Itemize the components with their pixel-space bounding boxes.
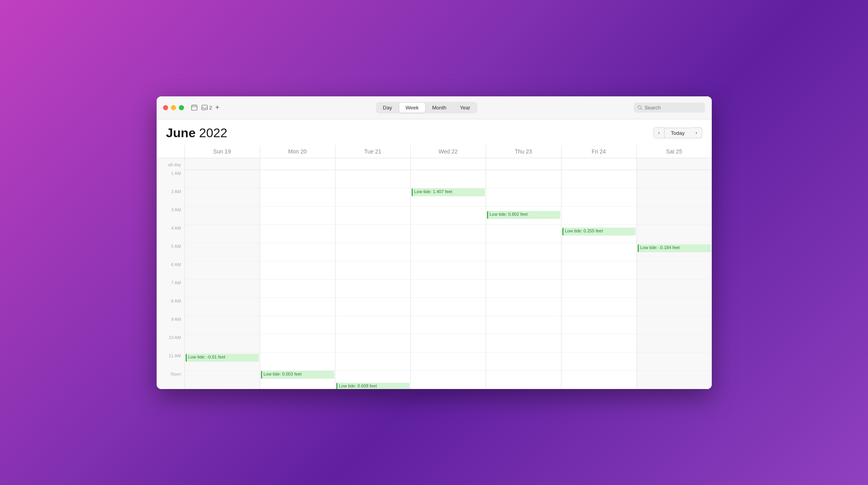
time-5am: 5 AM xyxy=(157,243,184,261)
view-switcher: Day Week Month Year xyxy=(376,102,478,113)
traffic-lights xyxy=(163,105,184,110)
day-col-wed[interactable]: Low tide: 1.407 feet xyxy=(410,158,486,389)
allday-tue xyxy=(335,158,410,170)
hour-1am-fri xyxy=(561,170,636,188)
calendar-window: 2 + Day Week Month Year June 2022 xyxy=(157,96,712,389)
hour-3am-mon xyxy=(260,207,335,225)
nav-group: ‹ Today › xyxy=(653,127,702,138)
hour-noon-fri xyxy=(561,371,636,389)
hour-9am-thu xyxy=(486,316,561,334)
svg-line-6 xyxy=(641,108,642,109)
hour-11am-sat xyxy=(637,353,712,371)
hour-4am-thu xyxy=(486,225,561,243)
event-evt4[interactable]: Low tide: -0.184 feet xyxy=(638,244,711,252)
search-bar[interactable] xyxy=(634,103,705,113)
time-column: all-day 1 AM 2 AM 3 AM 4 AM 5 AM 6 AM 7 … xyxy=(157,158,184,389)
event-evt6[interactable]: Low tide: 0.003 feet xyxy=(261,371,334,379)
day-col-sun[interactable]: Low tide: -0.61 feet xyxy=(184,158,260,389)
event-evt7[interactable]: Low tide: 0.608 feet xyxy=(336,383,410,389)
month-year-title: June 2022 xyxy=(166,126,228,140)
hour-9am-fri xyxy=(561,316,636,334)
view-day-button[interactable]: Day xyxy=(377,103,399,113)
day-header-tue: Tue 21 xyxy=(335,145,410,158)
day-col-thu[interactable]: Low tide: 0.802 feet xyxy=(486,158,561,389)
view-week-button[interactable]: Week xyxy=(399,103,425,113)
event-evt3[interactable]: Low tide: 0.255 feet xyxy=(562,228,636,236)
maximize-button[interactable] xyxy=(179,105,184,110)
event-evt5[interactable]: Low tide: -0.61 feet xyxy=(186,354,259,362)
hour-noon-thu xyxy=(486,371,561,389)
time-9am: 9 AM xyxy=(157,316,184,334)
hour-4am-wed xyxy=(411,225,486,243)
inbox-button[interactable]: 2 xyxy=(201,105,212,111)
event-evt2[interactable]: Low tide: 0.802 feet xyxy=(487,211,560,219)
hour-5am-mon xyxy=(260,243,335,261)
inbox-count: 2 xyxy=(209,105,212,111)
hour-2am-mon xyxy=(260,188,335,207)
hour-4am-sat xyxy=(637,225,712,243)
day-col-tue[interactable]: Low tide: 0.608 feet xyxy=(335,158,410,389)
hour-10am-tue xyxy=(335,334,410,353)
allday-fri xyxy=(561,158,636,170)
hour-2am-fri xyxy=(561,188,636,207)
calendar-icon xyxy=(190,104,198,111)
hour-noon-sun xyxy=(185,371,260,389)
hour-3am-sun xyxy=(185,207,260,225)
day-col-fri[interactable]: Low tide: 0.255 feet xyxy=(561,158,636,389)
hour-9am-tue xyxy=(335,316,410,334)
hour-11am-fri xyxy=(561,353,636,371)
hour-7am-fri xyxy=(561,280,636,298)
hour-6am-sun xyxy=(185,261,260,280)
hour-5am-sun xyxy=(185,243,260,261)
hour-10am-mon xyxy=(260,334,335,353)
hour-6am-tue xyxy=(335,261,410,280)
svg-rect-0 xyxy=(192,105,197,110)
hour-2am-sun xyxy=(185,188,260,207)
hour-1am-wed xyxy=(411,170,486,188)
hour-8am-wed xyxy=(411,298,486,316)
hour-2am-thu xyxy=(486,188,561,207)
day-col-sat[interactable]: Low tide: -0.184 feet xyxy=(636,158,712,389)
time-2am: 2 AM xyxy=(157,188,184,207)
event-evt1[interactable]: Low tide: 1.407 feet xyxy=(412,188,485,196)
minimize-button[interactable] xyxy=(171,105,176,110)
time-1am: 1 AM xyxy=(157,170,184,188)
hour-1am-sat xyxy=(637,170,712,188)
today-button[interactable]: Today xyxy=(665,128,691,138)
day-header-fri: Fri 24 xyxy=(561,145,636,158)
time-noon: Noon xyxy=(157,371,184,389)
time-8am: 8 AM xyxy=(157,298,184,316)
time-6am: 6 AM xyxy=(157,261,184,280)
hour-1am-sun xyxy=(185,170,260,188)
hour-8am-sun xyxy=(185,298,260,316)
hour-3am-fri xyxy=(561,207,636,225)
hour-2am-sat xyxy=(637,188,712,207)
allday-label: all-day xyxy=(157,158,184,170)
allday-mon xyxy=(260,158,335,170)
add-event-button[interactable]: + xyxy=(215,104,220,112)
hour-4am-mon xyxy=(260,225,335,243)
search-input[interactable] xyxy=(644,105,701,111)
hour-noon-sat xyxy=(637,371,712,389)
day-header-sun: Sun 19 xyxy=(184,145,260,158)
view-month-button[interactable]: Month xyxy=(426,103,453,113)
day-header-mon: Mon 20 xyxy=(260,145,335,158)
calendar-header: June 2022 ‹ Today › xyxy=(157,119,712,145)
next-button[interactable]: › xyxy=(691,127,702,138)
time-7am: 7 AM xyxy=(157,280,184,298)
hour-1am-thu xyxy=(486,170,561,188)
prev-button[interactable]: ‹ xyxy=(653,127,665,138)
time-col-spacer xyxy=(157,145,184,158)
view-year-button[interactable]: Year xyxy=(454,103,477,113)
time-4am: 4 AM xyxy=(157,225,184,243)
hour-8am-fri xyxy=(561,298,636,316)
time-10am: 10 AM xyxy=(157,334,184,353)
hour-8am-sat xyxy=(637,298,712,316)
close-button[interactable] xyxy=(163,105,168,110)
hour-8am-thu xyxy=(486,298,561,316)
time-11am: 11 AM xyxy=(157,353,184,371)
hour-10am-fri xyxy=(561,334,636,353)
hour-5am-wed xyxy=(411,243,486,261)
day-col-mon[interactable]: Low tide: 0.003 feet xyxy=(260,158,335,389)
hour-7am-wed xyxy=(411,280,486,298)
